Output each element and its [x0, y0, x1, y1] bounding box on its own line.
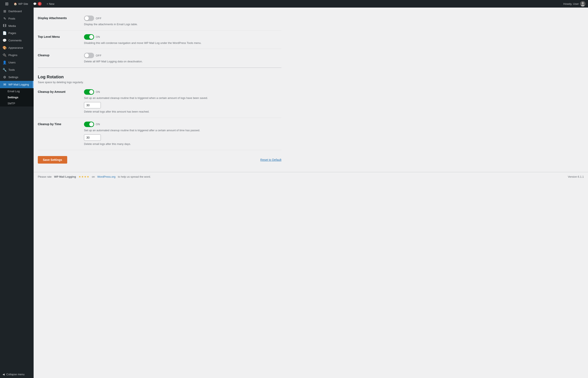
cleanup-by-amount-input-description: Delete email logs after this amount has …: [84, 110, 281, 114]
sidebar-label-media: Media: [8, 24, 16, 27]
log-rotation-title: Log Rotation: [38, 75, 281, 79]
settings-icon: ⚙: [2, 75, 7, 79]
sidebar-label-pages: Pages: [8, 31, 16, 35]
footer-stars: ★★★★: [79, 175, 90, 178]
avatar[interactable]: [580, 1, 586, 7]
site-name-button[interactable]: 🏠 WP Site: [11, 0, 31, 8]
cleanup-toggle[interactable]: [84, 53, 94, 58]
top-level-menu-description: Disabling this will condense navigation …: [84, 41, 281, 45]
sidebar-item-dashboard[interactable]: ⊞ Dashboard: [0, 8, 34, 15]
save-settings-button[interactable]: Save Settings: [38, 156, 67, 163]
cleanup-by-time-control: ON Set up an automated cleanup routine t…: [84, 122, 281, 146]
submenu-label-email-log: Email Log: [8, 90, 20, 93]
sidebar-item-pages[interactable]: 📄 Pages: [0, 29, 34, 37]
cleanup-by-time-toggle[interactable]: [84, 122, 94, 127]
sidebar-item-wp-mail-logging[interactable]: ✉ WP Mail Logging: [0, 81, 34, 88]
reset-to-default-button[interactable]: Reset to Default: [260, 158, 281, 162]
sidebar-item-posts[interactable]: ✎ Posts: [0, 15, 34, 22]
cleanup-by-time-input-description: Delete email logs after this many days.: [84, 142, 281, 146]
sidebar-label-tools: Tools: [8, 68, 15, 71]
log-rotation-header: Log Rotation Save space by deleting logs…: [38, 69, 281, 85]
plugins-icon: 🔌: [2, 53, 7, 57]
log-rotation-subtitle: Save space by deleting logs regularly.: [38, 81, 281, 84]
toggle-knob-4: [89, 90, 94, 94]
toggle-knob: [85, 16, 89, 20]
display-attachments-toggle[interactable]: [84, 15, 94, 21]
top-level-menu-control: ON Disabling this will condense navigati…: [84, 34, 281, 45]
cleanup-by-amount-control: ON Set up an automated cleanup routine t…: [84, 89, 281, 114]
cleanup-by-time-toggle-label: ON: [96, 123, 100, 126]
cleanup-by-time-row: Cleanup by Time ON Set up an automated c…: [38, 118, 281, 150]
cleanup-by-time-description: Set up an automated cleanup routine that…: [84, 128, 281, 133]
dashboard-icon: ⊞: [2, 9, 7, 13]
cleanup-by-time-input[interactable]: [84, 135, 101, 141]
sidebar-item-users[interactable]: 👤 Users: [0, 59, 34, 66]
toggle-knob-3: [85, 53, 89, 57]
collapse-menu-button[interactable]: ◀ Collapse menu: [0, 371, 34, 378]
footer-rate-text-3: to help us spread the word.: [118, 175, 151, 178]
submenu-item-settings[interactable]: Settings: [0, 94, 34, 100]
main-content: Display Attachments OFF Display the atta…: [34, 8, 588, 378]
submenu-item-email-log[interactable]: Email Log: [0, 88, 34, 94]
top-level-menu-toggle[interactable]: [84, 34, 94, 40]
display-attachments-label: Display Attachments: [38, 15, 84, 20]
footer-version: Version 6.1.1: [568, 175, 584, 178]
toggle-knob-5: [89, 122, 94, 126]
media-icon: 🎞: [2, 24, 7, 28]
cleanup-row: Cleanup OFF Delete all WP Mail Logging d…: [38, 49, 281, 68]
comments-icon: 💬: [33, 2, 37, 5]
howdy-text: Howdy, User: [563, 2, 579, 5]
home-icon: 🏠: [14, 2, 17, 5]
cleanup-by-amount-description: Set up an automated cleanup routine that…: [84, 96, 281, 100]
sidebar-item-tools[interactable]: 🔧 Tools: [0, 66, 34, 73]
top-level-menu-row: Top Level Menu ON Disabling this will co…: [38, 30, 281, 49]
sidebar-item-comments[interactable]: 💬 Comments: [0, 37, 34, 44]
comments-menu-icon: 💬: [2, 39, 7, 42]
actions-row: Save Settings Reset to Default: [38, 150, 281, 168]
new-content-button[interactable]: + New: [44, 0, 57, 8]
cleanup-by-amount-toggle[interactable]: [84, 89, 94, 95]
sidebar-label-users: Users: [8, 61, 15, 64]
sidebar-label-wp-mail-logging: WP Mail Logging: [8, 83, 29, 86]
top-level-menu-label: Top Level Menu: [38, 34, 84, 39]
cleanup-control: OFF Delete all WP Mail Logging data on d…: [84, 53, 281, 64]
cleanup-by-time-label: Cleanup by Time: [38, 122, 84, 126]
submenu-item-smtp[interactable]: SMTP: [0, 100, 34, 107]
footer-wordpress-link[interactable]: WordPress.org: [97, 175, 115, 178]
sidebar-label-appearance: Appearance: [8, 46, 23, 49]
new-label: + New: [47, 2, 54, 5]
submenu-label-settings: Settings: [8, 96, 18, 99]
top-level-menu-toggle-label: ON: [96, 35, 100, 39]
comments-button[interactable]: 💬 0: [31, 0, 44, 8]
sidebar: ⊞ Dashboard ✎ Posts 🎞 Media 📄 Pages 💬 Co…: [0, 8, 34, 378]
display-attachments-control: OFF Display the attachments in Email Log…: [84, 15, 281, 27]
footer-rate-text-1: Please rate: [38, 175, 52, 178]
display-attachments-toggle-label: OFF: [96, 17, 102, 20]
users-icon: 👤: [2, 60, 7, 65]
footer: Please rate WP Mail Logging ★★★★ on Word…: [34, 172, 588, 181]
sidebar-item-appearance[interactable]: 🎨 Appearance: [0, 44, 34, 52]
cleanup-by-amount-input[interactable]: [84, 102, 101, 108]
sidebar-label-posts: Posts: [8, 17, 15, 20]
collapse-label: Collapse menu: [6, 373, 25, 376]
sidebar-item-settings[interactable]: ⚙ Settings: [0, 73, 34, 81]
sidebar-label-dashboard: Dashboard: [8, 10, 22, 13]
toggle-knob-2: [89, 35, 94, 39]
site-name: WP Site: [18, 2, 28, 5]
admin-bar: ⊞ 🏠 WP Site 💬 0 + New Howdy, User: [0, 0, 588, 8]
section-divider: [38, 68, 281, 68]
sidebar-item-plugins[interactable]: 🔌 Plugins: [0, 52, 34, 59]
sidebar-submenu: Email Log Settings SMTP: [0, 88, 34, 107]
cleanup-by-amount-toggle-label: ON: [96, 90, 100, 94]
posts-icon: ✎: [2, 17, 7, 21]
wp-logo-icon: ⊞: [5, 1, 9, 6]
sidebar-label-settings: Settings: [8, 76, 18, 79]
pages-icon: 📄: [2, 31, 7, 35]
cleanup-description: Delete all WP Mail Logging data on deact…: [84, 59, 281, 64]
wp-logo-button[interactable]: ⊞: [2, 0, 11, 8]
svg-point-1: [582, 2, 584, 4]
sidebar-label-plugins: Plugins: [8, 54, 17, 57]
cleanup-by-amount-label: Cleanup by Amount: [38, 89, 84, 94]
sidebar-item-media[interactable]: 🎞 Media: [0, 22, 34, 29]
collapse-icon: ◀: [2, 373, 5, 376]
